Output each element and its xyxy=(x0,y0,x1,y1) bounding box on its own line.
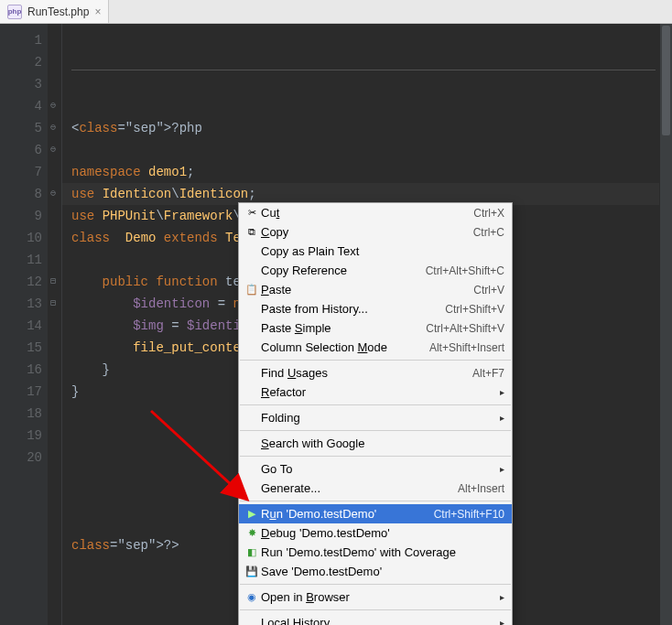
line-number: 1 xyxy=(0,29,42,51)
fold-toggle-icon[interactable]: ⊖ xyxy=(50,189,60,199)
menu-item-label: Generate... xyxy=(261,481,458,495)
menu-item-label: Debug 'Demo.testDemo' xyxy=(261,526,504,540)
menu-item-label: Paste from History... xyxy=(261,302,445,316)
menu-separator xyxy=(240,404,511,405)
menu-item-label: Run 'Demo.testDemo' with Coverage xyxy=(261,545,504,559)
php-file-icon: php xyxy=(7,5,22,19)
line-number: 6 xyxy=(0,139,42,161)
menu-shortcut: Ctrl+Alt+Shift+V xyxy=(426,322,504,335)
menu-shortcut: Ctrl+Alt+Shift+C xyxy=(426,264,504,277)
menu-separator xyxy=(240,501,511,501)
menu-item[interactable]: ✂CutCtrl+X xyxy=(239,203,512,222)
menu-item[interactable]: Copy ReferenceCtrl+Alt+Shift+C xyxy=(239,261,512,280)
code-line: <class="sep">?php xyxy=(71,117,659,139)
menu-item[interactable]: Find UsagesAlt+F7 xyxy=(239,363,512,383)
fold-toggle-icon[interactable]: ⊟ xyxy=(50,299,60,308)
line-number: 17 xyxy=(0,381,42,403)
menu-item[interactable]: Go To▸ xyxy=(239,459,512,479)
code-editor[interactable]: 1234567891011121314151617181920 ⊖⊖⊖⊖⊟⊟ <… xyxy=(0,24,672,625)
menu-item[interactable]: 💾Save 'Demo.testDemo' xyxy=(239,562,512,581)
line-number: 2 xyxy=(0,51,42,73)
fold-toggle-icon[interactable]: ⊖ xyxy=(50,145,60,155)
menu-item-label: Search with Google xyxy=(261,436,504,450)
menu-shortcut: Ctrl+C xyxy=(473,226,504,239)
menu-item[interactable]: ✸Debug 'Demo.testDemo' xyxy=(239,523,512,543)
file-tab[interactable]: php RunTest.php × xyxy=(0,0,109,23)
menu-item-label: Paste xyxy=(261,283,473,296)
menu-shortcut: Alt+F7 xyxy=(472,367,504,380)
menu-item-label: Folding xyxy=(261,411,500,425)
menu-item[interactable]: Folding▸ xyxy=(239,408,512,427)
menu-item[interactable]: Column Selection ModeAlt+Shift+Insert xyxy=(239,338,512,357)
menu-item-label: Find Usages xyxy=(261,366,472,380)
menu-separator xyxy=(240,456,511,457)
menu-item-label: Open in Browser xyxy=(261,590,500,604)
line-number: 12 xyxy=(0,271,42,293)
menu-item-label: Copy as Plain Text xyxy=(261,244,504,258)
line-number: 15 xyxy=(0,337,42,359)
run-icon: ▶ xyxy=(243,508,261,520)
tab-bar: php RunTest.php × xyxy=(0,0,672,24)
scrollbar[interactable] xyxy=(659,24,672,625)
menu-item[interactable]: ⧉CopyCtrl+C xyxy=(239,222,512,242)
fold-toggle-icon[interactable]: ⊟ xyxy=(50,277,60,286)
menu-separator xyxy=(240,609,511,610)
paste-icon: 📋 xyxy=(243,284,261,296)
save-icon: 💾 xyxy=(243,566,261,577)
browser-icon: ◉ xyxy=(243,591,261,603)
menu-item-label: Go To xyxy=(261,462,500,476)
context-menu: ✂CutCtrl+X⧉CopyCtrl+CCopy as Plain TextC… xyxy=(238,202,513,625)
menu-item[interactable]: ◉Open in Browser▸ xyxy=(239,587,512,607)
menu-item-label: Copy xyxy=(261,225,473,239)
menu-item-label: Save 'Demo.testDemo' xyxy=(261,565,504,578)
menu-shortcut: Ctrl+Shift+V xyxy=(445,303,504,316)
menu-item[interactable]: ▶Run 'Demo.testDemo'Ctrl+Shift+F10 xyxy=(239,504,512,523)
menu-item[interactable]: ◧Run 'Demo.testDemo' with Coverage xyxy=(239,543,512,562)
menu-item[interactable]: Paste SimpleCtrl+Alt+Shift+V xyxy=(239,318,512,338)
line-number: 19 xyxy=(0,425,42,447)
tab-close-icon[interactable]: × xyxy=(94,5,101,18)
menu-separator xyxy=(240,360,511,361)
copy-icon: ⧉ xyxy=(243,226,261,238)
menu-separator xyxy=(240,430,511,431)
scrollbar-thumb[interactable] xyxy=(662,26,670,135)
menu-item-label: Cut xyxy=(261,206,473,220)
menu-item-label: Run 'Demo.testDemo' xyxy=(261,507,434,521)
code-line xyxy=(71,139,659,161)
menu-item-label: Copy Reference xyxy=(261,264,426,277)
section-rule xyxy=(71,70,656,70)
fold-toggle-icon[interactable]: ⊖ xyxy=(50,124,60,133)
menu-shortcut: Ctrl+V xyxy=(473,284,504,296)
fold-toggle-icon[interactable]: ⊖ xyxy=(50,102,60,111)
line-number: 5 xyxy=(0,117,42,139)
line-number: 4 xyxy=(0,95,42,117)
line-number: 7 xyxy=(0,161,42,183)
menu-separator xyxy=(240,584,511,585)
menu-item[interactable]: Generate...Alt+Insert xyxy=(239,479,512,498)
submenu-arrow-icon: ▸ xyxy=(500,618,504,625)
gutter: 1234567891011121314151617181920 xyxy=(0,24,48,625)
line-number: 13 xyxy=(0,293,42,315)
line-number: 20 xyxy=(0,447,42,469)
line-number: 9 xyxy=(0,205,42,227)
line-number: 14 xyxy=(0,315,42,337)
line-number: 3 xyxy=(0,73,42,95)
menu-item[interactable]: Search with Google xyxy=(239,434,512,453)
scissors-icon: ✂ xyxy=(243,207,261,219)
menu-item-label: Local History xyxy=(261,616,500,625)
fold-column: ⊖⊖⊖⊖⊟⊟ xyxy=(48,24,62,625)
menu-item[interactable]: Refactor▸ xyxy=(239,383,512,402)
menu-item[interactable]: Paste from History...Ctrl+Shift+V xyxy=(239,299,512,318)
coverage-icon: ◧ xyxy=(243,546,261,558)
submenu-arrow-icon: ▸ xyxy=(500,413,504,423)
menu-item[interactable]: Local History▸ xyxy=(239,613,512,625)
code-line: namespace demo1; xyxy=(71,161,659,183)
menu-item-label: Paste Simple xyxy=(261,321,426,335)
menu-item-label: Column Selection Mode xyxy=(261,340,429,354)
menu-item[interactable]: 📋PasteCtrl+V xyxy=(239,280,512,299)
submenu-arrow-icon: ▸ xyxy=(500,464,504,474)
debug-icon: ✸ xyxy=(243,527,261,539)
menu-item-label: Refactor xyxy=(261,385,500,399)
tab-filename: RunTest.php xyxy=(27,5,89,18)
menu-item[interactable]: Copy as Plain Text xyxy=(239,242,512,261)
